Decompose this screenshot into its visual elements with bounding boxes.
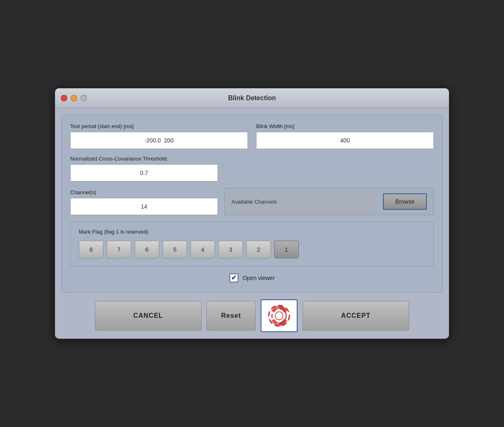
cancel-button[interactable]: CANCEL [95, 301, 202, 331]
open-viewer-checkbox[interactable]: ✔ [229, 273, 238, 282]
flag-btn-5[interactable]: 5 [163, 241, 187, 258]
blink-width-group: Blink Width [ms] [256, 123, 434, 149]
test-period-group: Test period (start end) [ms] [70, 123, 248, 149]
flag-btn-6[interactable]: 6 [135, 241, 159, 258]
flag-btn-4[interactable]: 4 [190, 241, 215, 258]
covariance-input[interactable] [70, 164, 218, 181]
checkmark-icon: ✔ [231, 275, 236, 281]
content-area: Test period (start end) [ms] Blink Width… [55, 108, 449, 339]
flag-btn-1[interactable]: 1 [274, 241, 299, 258]
bottom-bar: CANCEL Reset AC [62, 299, 442, 332]
close-button[interactable] [61, 95, 67, 101]
markflag-group: Mark Flag (flag 1 is reserved) 8 7 6 5 4… [70, 222, 434, 267]
main-panel: Test period (start end) [ms] Blink Width… [62, 115, 442, 293]
accept-button[interactable]: ACCEPT [302, 301, 409, 331]
minimize-button[interactable] [71, 95, 77, 101]
available-channels-panel: Available Channels Browse [225, 188, 434, 215]
covariance-group: Normalized Cross-Covariance Threshold: [70, 156, 434, 181]
flag-btn-8[interactable]: 8 [79, 241, 103, 258]
svg-point-2 [275, 312, 283, 319]
blink-width-label: Blink Width [ms] [256, 123, 434, 129]
help-button[interactable] [261, 299, 298, 332]
markflag-legend: Mark Flag (flag 1 is reserved) [79, 229, 425, 235]
browse-button[interactable]: Browse [383, 193, 427, 210]
main-window: Blink Detection Test period (start end) … [55, 88, 449, 339]
channels-label: Channel(s) [70, 189, 218, 195]
channels-input[interactable] [70, 198, 218, 215]
flag-btn-2[interactable]: 2 [246, 241, 271, 258]
flag-btn-7[interactable]: 7 [107, 241, 131, 258]
blink-width-input[interactable] [256, 132, 434, 149]
test-period-input[interactable] [70, 132, 248, 149]
row-test-period-blink: Test period (start end) [ms] Blink Width… [70, 123, 434, 149]
open-viewer-label: Open viewer [243, 275, 275, 281]
window-title: Blink Detection [228, 94, 276, 102]
channel-row: Channel(s) Available Channels Browse [70, 188, 434, 215]
reset-button[interactable]: Reset [206, 301, 256, 331]
open-viewer-row: ✔ Open viewer [70, 273, 434, 282]
channel-input-group: Channel(s) [70, 189, 218, 215]
test-period-label: Test period (start end) [ms] [70, 123, 248, 129]
flag-btn-3[interactable]: 3 [218, 241, 243, 258]
available-channels-label: Available Channels [231, 199, 277, 205]
titlebar: Blink Detection [55, 88, 449, 108]
window-controls [61, 95, 87, 101]
maximize-button[interactable] [80, 95, 87, 101]
flag-buttons: 8 7 6 5 4 3 2 1 [79, 241, 425, 258]
covariance-label: Normalized Cross-Covariance Threshold: [70, 156, 434, 162]
lifesaver-icon [267, 304, 291, 328]
